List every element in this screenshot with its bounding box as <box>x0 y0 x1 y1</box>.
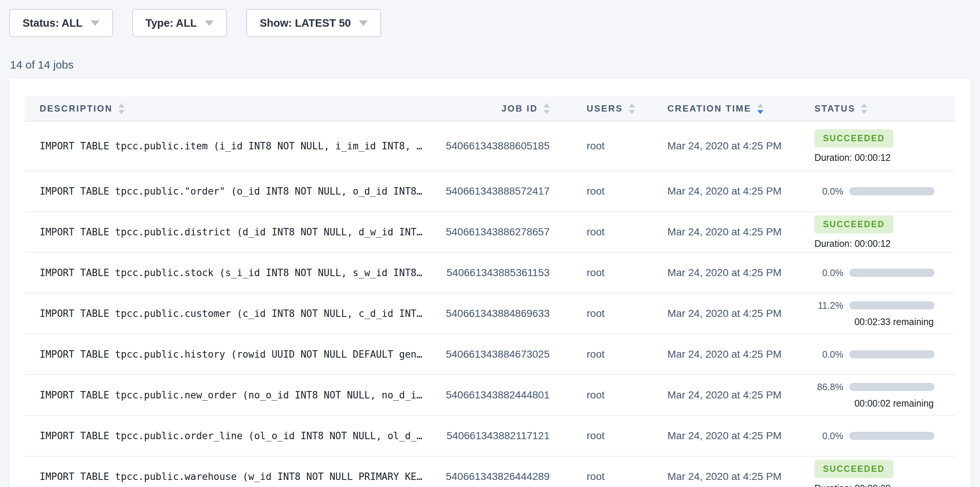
job-user: root <box>587 308 635 319</box>
job-user: root <box>587 348 635 360</box>
job-id: 540661343882444801 <box>442 389 550 401</box>
job-status-cell: SUCCEEDED Duration: 00:00:12 <box>815 129 940 163</box>
progress-percent: 0.0% <box>815 268 843 278</box>
job-creation-time: Mar 24, 2020 at 4:25 PM <box>667 348 780 360</box>
column-header-label: DESCRIPTION <box>40 104 113 114</box>
column-header-label: STATUS <box>815 104 855 114</box>
status-duration: Duration: 00:00:08 <box>815 483 940 487</box>
status-progress: 0.0% <box>815 186 940 197</box>
sort-icon-active-desc <box>757 104 763 114</box>
job-user: root <box>587 471 635 482</box>
job-description: IMPORT TABLE tpcc.public.history (rowid … <box>40 349 442 360</box>
jobs-table-card: DESCRIPTION JOB ID USERS CREATION TIME S… <box>9 78 971 487</box>
progress-bar <box>849 383 934 391</box>
job-status-cell: 0.0% <box>815 186 940 197</box>
column-header-creation-time[interactable]: CREATION TIME <box>667 104 780 114</box>
table-row: IMPORT TABLE tpcc.public.order_line (ol_… <box>25 416 955 457</box>
job-description: IMPORT TABLE tpcc.public.district (d_id … <box>40 227 442 238</box>
table-row: IMPORT TABLE tpcc.public.stock (s_i_id I… <box>25 253 955 294</box>
job-description: IMPORT TABLE tpcc.public.new_order (no_o… <box>40 390 442 401</box>
table-row: IMPORT TABLE tpcc.public."order" (o_id I… <box>25 171 955 212</box>
job-creation-time: Mar 24, 2020 at 4:25 PM <box>667 226 780 238</box>
job-id: 540661343884869633 <box>442 308 550 319</box>
job-id: 540661343886278657 <box>442 226 550 238</box>
job-status-cell: SUCCEEDED Duration: 00:00:08 <box>815 460 940 487</box>
status-filter-dropdown[interactable]: Status: ALL <box>9 9 113 37</box>
job-id: 540661343888572417 <box>442 185 550 197</box>
status-filter-label: Status: ALL <box>22 17 83 29</box>
table-row: IMPORT TABLE tpcc.public.item (i_id INT8… <box>25 121 955 171</box>
type-filter-dropdown[interactable]: Type: ALL <box>132 9 228 37</box>
status-succeeded: SUCCEEDED Duration: 00:00:08 <box>815 460 940 487</box>
job-description: IMPORT TABLE tpcc.public.customer (c_id … <box>40 308 442 319</box>
chevron-down-icon <box>205 21 214 26</box>
job-creation-time: Mar 24, 2020 at 4:25 PM <box>667 140 780 152</box>
chevron-down-icon <box>91 21 100 26</box>
progress-bar <box>849 269 934 277</box>
table-row: IMPORT TABLE tpcc.public.customer (c_id … <box>25 294 955 334</box>
status-progress: 86.8% 00:00:02 remaining <box>815 382 940 409</box>
job-creation-time: Mar 24, 2020 at 4:25 PM <box>667 471 780 482</box>
job-user: root <box>587 226 635 238</box>
job-creation-time: Mar 24, 2020 at 4:25 PM <box>667 185 780 197</box>
table-row: IMPORT TABLE tpcc.public.history (rowid … <box>25 334 955 375</box>
job-id: 540661343888605185 <box>442 140 550 152</box>
status-badge: SUCCEEDED <box>815 129 893 147</box>
job-status-cell: 86.8% 00:00:02 remaining <box>815 382 940 409</box>
table-row: IMPORT TABLE tpcc.public.district (d_id … <box>25 212 955 253</box>
progress-percent: 11.2% <box>815 300 843 311</box>
column-header-label: JOB ID <box>501 104 538 114</box>
jobs-page: Status: ALL Type: ALL Show: LATEST 50 14… <box>0 0 980 487</box>
filter-bar: Status: ALL Type: ALL Show: LATEST 50 <box>9 9 971 37</box>
status-succeeded: SUCCEEDED Duration: 00:00:12 <box>815 216 940 249</box>
status-badge: SUCCEEDED <box>815 216 893 233</box>
status-progress: 0.0% <box>815 349 940 360</box>
progress-remaining: 00:00:02 remaining <box>815 398 934 409</box>
job-user: root <box>587 267 635 279</box>
job-id: 540661343826444289 <box>442 471 550 482</box>
progress-bar <box>849 350 934 358</box>
sort-icon <box>119 104 124 114</box>
job-description: IMPORT TABLE tpcc.public.stock (s_i_id I… <box>40 267 442 278</box>
job-creation-time: Mar 24, 2020 at 4:25 PM <box>667 389 780 401</box>
progress-percent: 0.0% <box>815 431 843 441</box>
column-header-users[interactable]: USERS <box>587 104 635 114</box>
sort-icon <box>544 104 550 114</box>
jobs-count-summary: 14 of 14 jobs <box>10 59 971 71</box>
progress-bar <box>849 187 934 195</box>
status-progress: 0.0% <box>815 268 940 278</box>
progress-remaining: 00:02:33 remaining <box>815 316 934 327</box>
job-status-cell: 0.0% <box>815 431 940 441</box>
job-user: root <box>587 185 635 197</box>
job-description: IMPORT TABLE tpcc.public.order_line (ol_… <box>40 430 442 441</box>
chevron-down-icon <box>359 21 368 26</box>
job-description: IMPORT TABLE tpcc.public.item (i_id INT8… <box>40 141 442 152</box>
job-description: IMPORT TABLE tpcc.public.warehouse (w_id… <box>40 471 442 482</box>
job-id: 540661343882117121 <box>442 430 550 442</box>
job-user: root <box>587 140 635 152</box>
show-filter-label: Show: LATEST 50 <box>259 17 351 29</box>
job-creation-time: Mar 24, 2020 at 4:25 PM <box>667 308 780 319</box>
column-header-description[interactable]: DESCRIPTION <box>40 104 442 114</box>
job-user: root <box>587 389 635 401</box>
column-header-label: USERS <box>587 104 623 114</box>
status-badge: SUCCEEDED <box>815 460 893 478</box>
jobs-table-body: IMPORT TABLE tpcc.public.item (i_id INT8… <box>25 121 955 487</box>
job-id: 540661343885361153 <box>442 267 550 279</box>
table-row: IMPORT TABLE tpcc.public.new_order (no_o… <box>25 375 955 416</box>
job-creation-time: Mar 24, 2020 at 4:25 PM <box>667 267 780 279</box>
status-duration: Duration: 00:00:12 <box>815 238 940 249</box>
type-filter-label: Type: ALL <box>146 17 197 29</box>
status-progress: 11.2% 00:02:33 remaining <box>815 300 940 327</box>
progress-percent: 0.0% <box>815 186 843 197</box>
table-header-row: DESCRIPTION JOB ID USERS CREATION TIME S… <box>25 96 955 121</box>
column-header-job-id[interactable]: JOB ID <box>442 104 550 114</box>
column-header-status[interactable]: STATUS <box>815 104 940 114</box>
job-creation-time: Mar 24, 2020 at 4:25 PM <box>667 430 780 442</box>
sort-icon <box>861 104 867 114</box>
job-description: IMPORT TABLE tpcc.public."order" (o_id I… <box>40 186 442 197</box>
table-row: IMPORT TABLE tpcc.public.warehouse (w_id… <box>25 457 955 487</box>
sort-icon <box>629 104 635 114</box>
status-progress: 0.0% <box>815 431 940 441</box>
show-filter-dropdown[interactable]: Show: LATEST 50 <box>246 9 381 37</box>
